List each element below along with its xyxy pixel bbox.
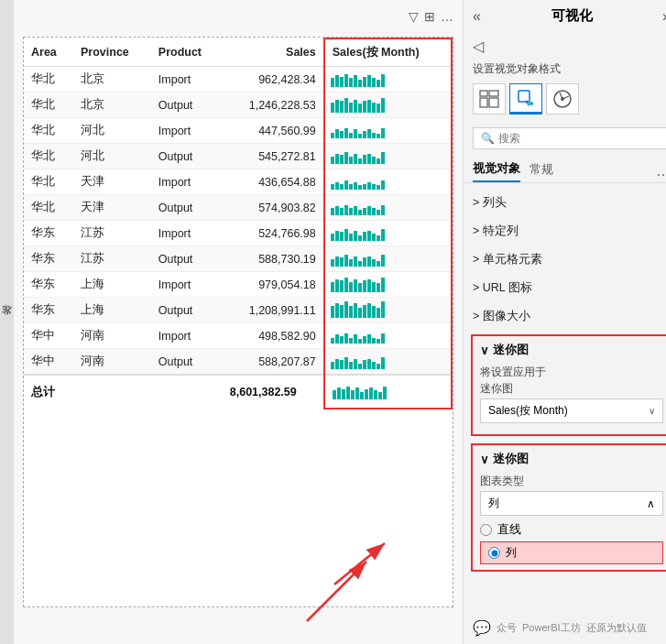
footer-spark-bar (378, 392, 382, 399)
spark-bar (335, 75, 339, 87)
dropdown-chevron-icon: ∨ (649, 406, 655, 416)
expand-icon[interactable]: » (662, 8, 666, 25)
spark-bar (381, 229, 385, 241)
cell-province: 上海 (73, 298, 151, 323)
spark-bar (354, 279, 357, 292)
search-icon: 🔍 (481, 132, 495, 145)
spark-bar (335, 359, 339, 369)
spark-bar (358, 261, 362, 267)
grid-format-btn[interactable] (473, 83, 506, 115)
col-header-sales: Sales (223, 38, 324, 67)
section-url-icon[interactable]: > URL 图标 (464, 274, 666, 302)
table-footer-row: 总计 8,601,382.59 (24, 375, 452, 409)
spark-bar (377, 80, 380, 87)
spark-bar (354, 257, 357, 267)
spark-bar (367, 75, 371, 87)
cell-product: Import (151, 67, 223, 93)
spark-bar (344, 74, 348, 87)
cell-area: 华东 (24, 246, 73, 272)
spark-bar (354, 303, 357, 318)
sparkline-bars (331, 69, 385, 87)
cell-sparkline (324, 221, 452, 246)
section-cell-element[interactable]: > 单元格元素 (464, 246, 666, 274)
apply-label: 将设置应用于 (480, 366, 663, 379)
tab-more-icon[interactable]: … (656, 163, 666, 180)
spark-bar (344, 333, 348, 344)
spark-bar (381, 74, 385, 87)
spark-bar (349, 234, 353, 241)
collapse-icon[interactable]: « (473, 8, 481, 25)
bottom-bar: 💬 众号 PowerBI工坊 还原为默认值 (464, 612, 666, 644)
sparkline-expand-icon-1[interactable]: ∨ (480, 344, 489, 357)
spark-bar (358, 185, 362, 190)
spark-bar (363, 280, 366, 292)
footer-spark-bar (346, 387, 350, 399)
panel-title: 可视化 (551, 7, 593, 25)
spark-bar (335, 279, 339, 292)
sparkline-section-1: ∨ 迷你图 将设置应用于 迷你图 Sales(按 Month) ∨ (471, 334, 666, 436)
spark-bar (377, 261, 380, 267)
spark-bar (377, 364, 380, 369)
spark-bar (372, 282, 376, 292)
cell-sparkline (324, 272, 452, 298)
option-column-radio[interactable] (488, 547, 500, 559)
cell-area: 华北 (24, 169, 73, 195)
spark-bar (344, 301, 348, 318)
table-row: 华北 北京 Output 1,246,228.53 (24, 93, 452, 118)
sparkline-expand-icon-2[interactable]: ∨ (480, 453, 489, 466)
sparkline-bars (331, 197, 385, 215)
data-table: Area Province Product Sales Sales(按 Mont… (24, 38, 453, 409)
filter-icon[interactable]: ▽ (409, 9, 419, 24)
tab-general[interactable]: 常规 (530, 161, 553, 181)
spark-bar (331, 306, 334, 318)
section-specific-col[interactable]: > 特定列 (464, 217, 666, 246)
search-input[interactable] (498, 132, 662, 145)
sparkline-bars (331, 146, 385, 164)
svg-rect-4 (480, 91, 487, 96)
spark-bar (349, 306, 353, 318)
spark-bar (381, 98, 385, 113)
spark-bar (363, 101, 366, 113)
section-image-size[interactable]: > 图像大小 (464, 302, 666, 331)
cell-sparkline (324, 144, 452, 169)
tab-visual-object[interactable]: 视觉对象 (473, 160, 520, 182)
spark-bar (363, 184, 366, 190)
sparkline-bars (331, 223, 385, 241)
spark-bar (358, 80, 362, 87)
section-col-header[interactable]: > 列头 (464, 189, 666, 217)
spark-bar (363, 360, 366, 369)
cell-sales: 436,654.88 (223, 169, 324, 195)
option-line: 直线 (480, 521, 663, 538)
spark-bar (354, 359, 357, 369)
paint-format-btn[interactable] (509, 83, 542, 115)
cell-sales: 588,730.19 (223, 246, 324, 272)
sparkline-title-2: ∨ 迷你图 (480, 451, 663, 467)
spark-bar (367, 182, 371, 190)
footer-spark-bar (369, 387, 373, 399)
spark-bar (372, 362, 376, 369)
cell-area: 华北 (24, 93, 73, 118)
sparkline-dropdown[interactable]: Sales(按 Month) ∨ (480, 398, 663, 423)
audio-icon[interactable]: ◁ (473, 38, 484, 55)
more-icon[interactable]: … (441, 9, 453, 24)
search-box[interactable]: 🔍 (473, 127, 666, 149)
option-column-highlighted[interactable]: 列 (480, 541, 663, 564)
cell-province: 江苏 (73, 246, 151, 272)
spark-bar (372, 208, 376, 215)
panel-header: « 可视化 » (464, 0, 666, 32)
spark-bar (340, 184, 344, 190)
spark-bar (340, 336, 344, 344)
chart-type-dropdown[interactable]: 列 ∧ (480, 491, 663, 516)
spark-bar (340, 208, 344, 215)
spark-bar (377, 210, 380, 215)
chart-type-value: 列 (488, 496, 499, 511)
analytics-format-btn[interactable] (546, 83, 579, 115)
spark-bar (363, 131, 366, 138)
table-icon[interactable]: ⊞ (424, 9, 435, 24)
bottom-action[interactable]: 还原为默认值 (586, 621, 647, 635)
svg-rect-7 (489, 98, 498, 107)
cell-sales: 545,272.81 (223, 144, 324, 169)
option-line-radio[interactable] (480, 524, 492, 536)
spark-bar (363, 232, 366, 241)
spark-bar (381, 357, 385, 369)
